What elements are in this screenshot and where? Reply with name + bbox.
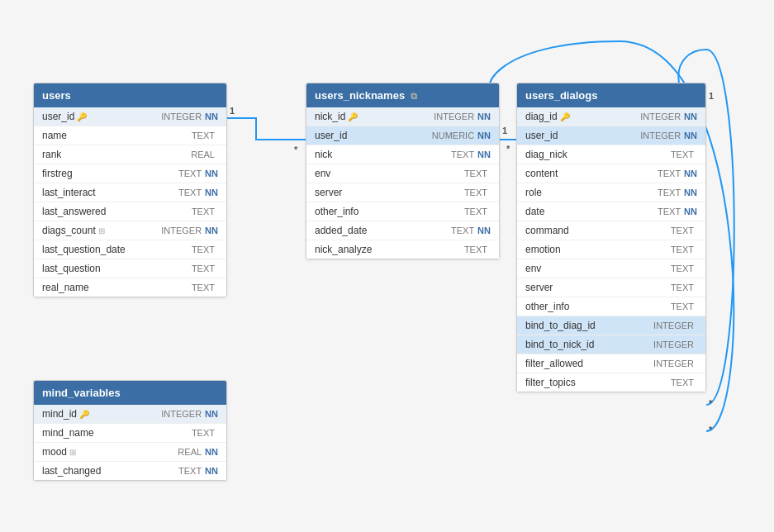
cardinality-star-bind-nick: * bbox=[709, 425, 712, 435]
table-row: mind_id 🔑 INTEGER NN bbox=[34, 405, 226, 424]
table-users-nicknames-title: users_nicknames bbox=[315, 89, 405, 102]
table-row: command TEXT bbox=[517, 221, 705, 240]
table-row: user_id INTEGER NN bbox=[517, 126, 705, 145]
table-row: other_info TEXT bbox=[517, 297, 705, 316]
table-users-nicknames-header: users_nicknames ⧉ bbox=[306, 83, 499, 107]
table-row: filter_allowed INTEGER bbox=[517, 354, 705, 373]
table-row: nick TEXT NN bbox=[306, 145, 499, 164]
cardinality-1-users-nicknames: 1 bbox=[230, 106, 235, 116]
table-row: content TEXT NN bbox=[517, 164, 705, 183]
key-icon: 🔑 bbox=[79, 410, 89, 419]
table-row: last_changed TEXT NN bbox=[34, 462, 226, 480]
table-row: diag_nick TEXT bbox=[517, 145, 705, 164]
cardinality-1-users-dialogs: 1 bbox=[502, 126, 507, 135]
table-row: server TEXT bbox=[517, 278, 705, 297]
table-users: users user_id 🔑 INTEGER NN name TEXT ran… bbox=[33, 83, 227, 297]
table-row: bind_to_diag_id INTEGER bbox=[517, 316, 705, 335]
table-users-nicknames: users_nicknames ⧉ nick_id 🔑 INTEGER NN u… bbox=[306, 83, 500, 259]
table-row: user_id 🔑 INTEGER NN bbox=[34, 107, 226, 126]
cardinality-star-users-dialogs: * bbox=[506, 144, 510, 154]
table-row: env TEXT bbox=[517, 259, 705, 278]
key-icon: 🔑 bbox=[348, 112, 358, 121]
table-users-dialogs-header: users_dialogs bbox=[517, 83, 705, 107]
table-users-dialogs-title: users_dialogs bbox=[525, 89, 597, 102]
table-row: role TEXT NN bbox=[517, 183, 705, 202]
table-users-header: users bbox=[34, 83, 226, 107]
table-users-title: users bbox=[42, 89, 71, 102]
table-row: mood ⊞ REAL NN bbox=[34, 443, 226, 462]
table-users-dialogs: users_dialogs diag_id 🔑 INTEGER NN user_… bbox=[516, 83, 706, 392]
cardinality-star-self-diag: * bbox=[709, 398, 712, 408]
table-row: date TEXT NN bbox=[517, 202, 705, 221]
table-row: last_question TEXT bbox=[34, 259, 226, 278]
table-row: diag_id 🔑 INTEGER NN bbox=[517, 107, 705, 126]
copy-icon: ⧉ bbox=[411, 91, 417, 101]
table-row: other_info TEXT bbox=[306, 202, 499, 221]
table-row: last_question_date TEXT bbox=[34, 240, 226, 259]
table-row: real_name TEXT bbox=[34, 278, 226, 297]
table-mind-variables: mind_variables mind_id 🔑 INTEGER NN mind… bbox=[33, 380, 227, 481]
table-row: bind_to_nick_id INTEGER bbox=[517, 335, 705, 354]
table-row: emotion TEXT bbox=[517, 240, 705, 259]
cardinality-star-users-nicknames: * bbox=[294, 145, 297, 154]
table-row: filter_topics TEXT bbox=[517, 373, 705, 392]
table-row: nick_analyze TEXT bbox=[306, 240, 499, 259]
table-row: last_answered TEXT bbox=[34, 202, 226, 221]
table-row: user_id NUMERIC NN bbox=[306, 126, 499, 145]
table-icon: ⊞ bbox=[69, 448, 76, 457]
table-row: added_date TEXT NN bbox=[306, 221, 499, 240]
table-row: mind_name TEXT bbox=[34, 424, 226, 443]
table-row: last_interact TEXT NN bbox=[34, 183, 226, 202]
table-row: name TEXT bbox=[34, 126, 226, 145]
table-row: firstreg TEXT NN bbox=[34, 164, 226, 183]
table-row: server TEXT bbox=[306, 183, 499, 202]
key-icon: 🔑 bbox=[560, 112, 570, 121]
key-icon: 🔑 bbox=[77, 112, 87, 121]
diagram-canvas: 1 * 1 * 1 * * users user_id 🔑 INTEGER NN… bbox=[0, 0, 774, 532]
table-row: diags_count ⊞ INTEGER NN bbox=[34, 221, 226, 240]
cardinality-1-self-diag: 1 bbox=[709, 91, 714, 101]
table-row: nick_id 🔑 INTEGER NN bbox=[306, 107, 499, 126]
table-mind-variables-header: mind_variables bbox=[34, 381, 226, 405]
table-row: env TEXT bbox=[306, 164, 499, 183]
table-mind-variables-title: mind_variables bbox=[42, 387, 121, 399]
table-icon: ⊞ bbox=[98, 226, 105, 235]
table-row: rank REAL bbox=[34, 145, 226, 164]
